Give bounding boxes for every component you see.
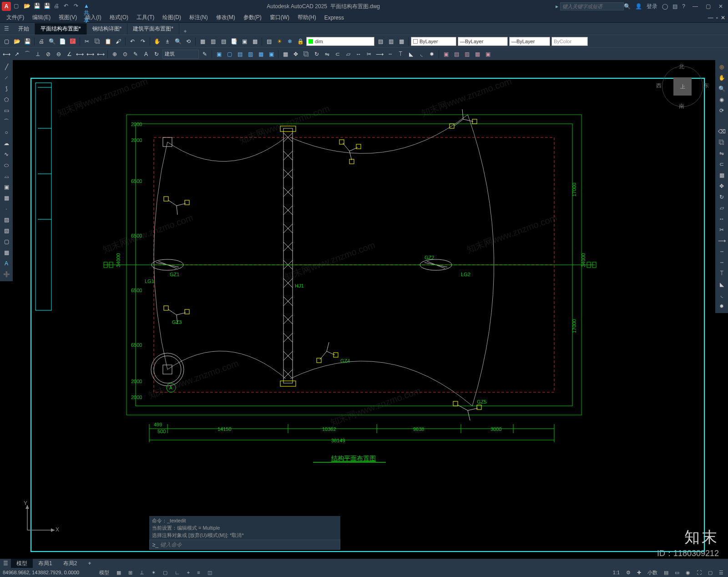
ellipsearc-icon[interactable]: ⌓ <box>1 171 12 181</box>
layer-state-icon[interactable]: ▤ <box>376 37 385 46</box>
polar-icon[interactable]: ✶ <box>150 570 157 576</box>
nav-wheel-icon[interactable]: ◎ <box>716 62 727 72</box>
join-icon[interactable]: ⟙ <box>396 50 405 59</box>
clean-icon[interactable]: ▢ <box>706 570 714 576</box>
publish-icon[interactable]: 📄 <box>58 37 67 46</box>
minimize-button[interactable]: — <box>690 2 701 10</box>
explode2-icon[interactable]: ✸ <box>716 301 727 311</box>
lwt-icon[interactable]: ≡ <box>195 570 202 575</box>
new-icon[interactable]: ▢ <box>2 37 11 46</box>
layer-iso-icon[interactable]: ▥ <box>386 37 395 46</box>
dim-update-icon[interactable]: ↻ <box>152 50 161 59</box>
new-icon[interactable]: ▢ <box>14 3 21 10</box>
spline-icon[interactable]: ∿ <box>1 149 12 159</box>
quickcalc-icon[interactable]: ▦ <box>250 37 259 46</box>
menu-edit[interactable]: 编辑(E) <box>29 13 54 22</box>
menu-help[interactable]: 帮助(H) <box>294 13 320 22</box>
share-icon[interactable]: ▲ 共享 <box>84 3 91 10</box>
dimstyle-mgr-icon[interactable]: ✎ <box>200 50 209 59</box>
monitor-icon[interactable]: ▭ <box>673 570 681 576</box>
scale-icon[interactable]: ▱ <box>344 50 353 59</box>
zoom-realtime-icon[interactable]: ± <box>163 37 172 46</box>
addselected-icon[interactable]: ➕ <box>1 269 12 279</box>
layer-match-icon[interactable]: ▦ <box>397 37 406 46</box>
dim-arc-icon[interactable]: ⌒ <box>23 50 32 59</box>
layout-add[interactable]: + <box>82 559 96 567</box>
menu-draw[interactable]: 绘图(D) <box>159 13 185 22</box>
stretch2-icon[interactable]: ↔ <box>716 214 727 224</box>
xref4-icon[interactable]: ▦ <box>473 50 482 59</box>
centermark-icon[interactable]: ⊙ <box>121 50 130 59</box>
saveas-icon[interactable]: 💾 <box>44 3 51 10</box>
units-label[interactable]: 小数 <box>646 569 659 576</box>
make-block-icon[interactable]: ▣ <box>214 50 223 59</box>
command-input[interactable] <box>160 542 337 548</box>
osnap-icon[interactable]: ▢ <box>161 570 169 576</box>
view-cube[interactable]: 上 北 南 西 东 <box>660 64 705 109</box>
scale2-icon[interactable]: ▱ <box>716 203 727 213</box>
edit-block-icon[interactable]: ▤ <box>235 50 244 59</box>
preview-icon[interactable]: 🔍 <box>47 37 56 46</box>
menu-modify[interactable]: 修改(M) <box>212 13 239 22</box>
transparency-icon[interactable]: ◫ <box>206 570 214 576</box>
dyn-icon[interactable]: + <box>185 570 192 575</box>
break-icon[interactable]: ╌ <box>385 50 394 59</box>
markup-icon[interactable]: ▣ <box>240 37 249 46</box>
dim-ang-icon[interactable]: ∠ <box>65 50 74 59</box>
dim-quick-icon[interactable]: ⟷ <box>75 50 84 59</box>
viewcube-north[interactable]: 北 <box>679 63 684 71</box>
tab-start[interactable]: 开始 <box>13 23 35 35</box>
move2-icon[interactable]: ✥ <box>716 181 727 191</box>
layer-manager-icon[interactable]: ▤ <box>264 37 273 46</box>
explode-icon[interactable]: ✸ <box>427 50 436 59</box>
xref3-icon[interactable]: ▥ <box>462 50 471 59</box>
xline-icon[interactable]: ⟋ <box>1 73 12 83</box>
block-sync-icon[interactable]: ▣ <box>267 50 276 59</box>
array-icon[interactable]: ▦ <box>281 50 290 59</box>
search-icon[interactable]: 🔍 <box>624 3 631 10</box>
open-icon[interactable]: 📂 <box>24 3 31 10</box>
snap-icon[interactable]: ⊞ <box>126 570 134 576</box>
array2-icon[interactable]: ▦ <box>716 170 727 180</box>
hardware-icon[interactable]: ⛶ <box>695 570 703 575</box>
zoom-prev-icon[interactable]: ⟲ <box>184 37 193 46</box>
dim-aligned-icon[interactable]: ↗ <box>12 50 21 59</box>
nav-pan-icon[interactable]: ✋ <box>716 73 727 83</box>
dim-dia-icon[interactable]: ⊖ <box>54 50 63 59</box>
linetype-dropdown[interactable]: — ByLayer <box>458 37 508 46</box>
tab-file-0[interactable]: 平面结构布置图* <box>35 23 87 35</box>
match-icon[interactable]: 🖌 <box>114 37 123 46</box>
workspace-icon[interactable]: ▤ <box>662 570 670 576</box>
tolerance-icon[interactable]: ⊕ <box>110 50 119 59</box>
trim2-icon[interactable]: ✂ <box>716 225 727 235</box>
doc-restore-button[interactable]: ▫ <box>716 15 718 21</box>
help-icon[interactable]: ? <box>682 3 685 10</box>
trim-icon[interactable]: ✂ <box>364 50 374 59</box>
layout-model[interactable]: 模型 <box>11 559 33 568</box>
gradient-icon[interactable]: ▧ <box>1 226 12 236</box>
menu-express[interactable]: Express <box>321 14 348 22</box>
wblock-icon[interactable]: ▥ <box>246 50 255 59</box>
search-input[interactable] <box>560 2 624 10</box>
menu-insert[interactable]: 插入(I) <box>81 13 105 22</box>
dim-base-icon[interactable]: ⟷ <box>86 50 95 59</box>
toolpalette-icon[interactable]: ▤ <box>219 37 228 46</box>
mirror2-icon[interactable]: ⇋ <box>716 148 727 158</box>
ortho-icon[interactable]: ⊥ <box>138 570 146 576</box>
table-icon[interactable]: ▦ <box>1 248 12 258</box>
arc-icon[interactable]: ⌒ <box>1 116 12 127</box>
redo-icon[interactable]: ↷ <box>74 3 81 10</box>
layout-1[interactable]: 布局1 <box>33 559 58 568</box>
app-logo[interactable]: A <box>2 2 11 11</box>
maximize-button[interactable]: ▢ <box>703 2 713 10</box>
plot-icon[interactable]: 🖨 <box>54 3 61 10</box>
breakat-icon[interactable]: ╌ <box>716 247 727 257</box>
revcloud-icon[interactable]: ☁ <box>1 138 12 148</box>
isolate-icon[interactable]: ◉ <box>684 570 692 576</box>
move-icon[interactable]: ✥ <box>291 50 300 59</box>
copy2-icon[interactable]: ⿻ <box>302 50 311 59</box>
drawing-canvas[interactable]: 2000 2000 6500 6500 6500 6500 2000 2000 … <box>13 60 715 559</box>
anno-vis-icon[interactable]: ✚ <box>635 570 643 576</box>
menu-param[interactable]: 参数(P) <box>240 13 265 22</box>
ellipse-icon[interactable]: ⬭ <box>1 160 12 170</box>
